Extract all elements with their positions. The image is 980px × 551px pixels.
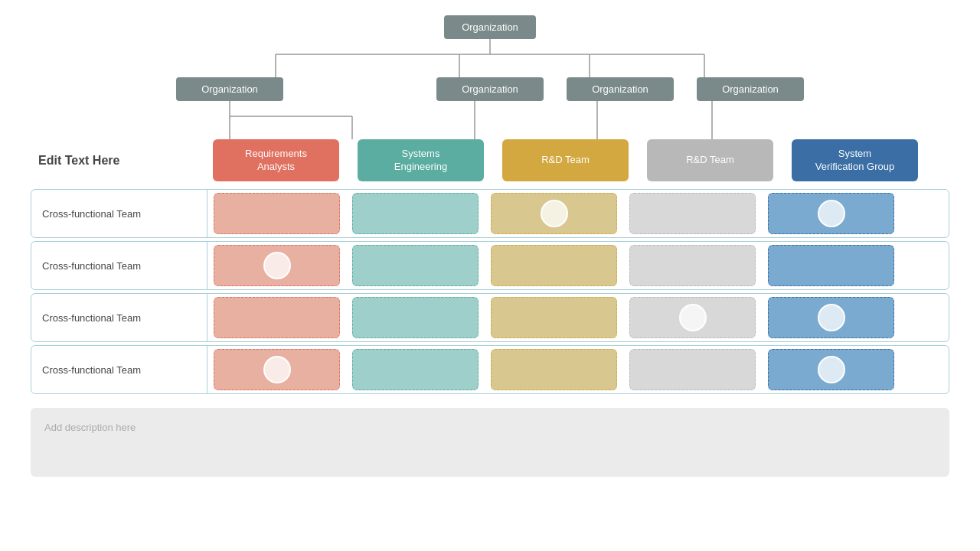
matrix-cells-1 (207, 242, 949, 289)
cell-0-req (214, 193, 340, 234)
marker-1-req (263, 252, 291, 279)
level1-box-0[interactable]: Organization (176, 77, 283, 101)
level1-box-3[interactable]: Organization (697, 77, 804, 101)
dept-box-rd2[interactable]: R&D Team (647, 139, 773, 181)
cell-3-req (214, 349, 340, 390)
cell-1-rd2 (629, 245, 756, 286)
level0-row: Organization (444, 15, 536, 39)
matrix-row-label-0[interactable]: Cross-functional Team (31, 190, 207, 237)
cell-3-rd1 (491, 349, 617, 390)
l1-connector-rd1 (436, 101, 513, 139)
l1-connector-rd2 (559, 101, 635, 139)
description-placeholder: Add description here (44, 422, 136, 433)
matrix-row-1: Cross-functional Team (31, 241, 949, 290)
matrix-row-3: Cross-functional Team (31, 345, 949, 394)
row-label[interactable]: Edit Text Here (31, 154, 207, 168)
cell-2-sys (352, 297, 479, 338)
dept-boxes-row: Requirements Analysts Systems Engineerin… (207, 139, 924, 181)
dept-box-svr[interactable]: System Verification Group (792, 139, 918, 181)
cell-2-rd2 (629, 297, 756, 338)
org-chart: Organization Organization Organization O… (31, 15, 949, 181)
matrix-section: Cross-functional Team Cross-functional T… (31, 189, 949, 397)
marker-0-rd1 (541, 200, 568, 227)
dept-box-sys[interactable]: Systems Engineering (358, 139, 484, 181)
cell-0-rd1 (491, 193, 617, 234)
marker-3-svr (818, 356, 845, 383)
cell-1-req (214, 245, 340, 286)
matrix-row-label-1[interactable]: Cross-functional Team (31, 242, 207, 289)
marker-3-req (263, 356, 291, 383)
cell-1-svr (768, 245, 894, 286)
level1-box-1[interactable]: Organization (436, 77, 544, 101)
root-box[interactable]: Organization (444, 15, 536, 39)
level2-row: Edit Text Here Requirements Analysts Sys… (31, 139, 949, 181)
matrix-cells-3 (207, 346, 949, 393)
cell-1-sys (352, 245, 479, 286)
marker-0-svr (818, 200, 845, 227)
marker-2-svr (818, 304, 845, 331)
marker-2-rd2 (679, 304, 707, 331)
cell-0-sys (352, 193, 479, 234)
matrix-row-label-3[interactable]: Cross-functional Team (31, 346, 207, 393)
matrix-cells-0 (207, 190, 949, 237)
l1-connector-svr (674, 101, 750, 139)
matrix-row-label-2[interactable]: Cross-functional Team (31, 294, 207, 341)
page: Organization Organization Organization O… (0, 0, 980, 551)
matrix-row-0: Cross-functional Team (31, 189, 949, 238)
matrix-row-2: Cross-functional Team (31, 293, 949, 342)
cell-3-rd2 (629, 349, 756, 390)
cell-2-svr (768, 297, 894, 338)
cell-2-req (214, 297, 340, 338)
root-connector (176, 39, 804, 77)
level1-box-2[interactable]: Organization (567, 77, 674, 101)
cell-0-svr (768, 193, 894, 234)
level1-row: Organization Organization Organization O… (176, 77, 804, 101)
description-box[interactable]: Add description here (31, 408, 949, 477)
l1-connector-left (176, 101, 421, 139)
matrix-cells-2 (207, 294, 949, 341)
cell-1-rd1 (491, 245, 617, 286)
cell-3-sys (352, 349, 479, 390)
cell-0-rd2 (629, 193, 756, 234)
cell-3-svr (768, 349, 894, 390)
dept-box-rd1[interactable]: R&D Team (502, 139, 629, 181)
dept-box-req[interactable]: Requirements Analysts (213, 139, 339, 181)
cell-2-rd1 (491, 297, 617, 338)
